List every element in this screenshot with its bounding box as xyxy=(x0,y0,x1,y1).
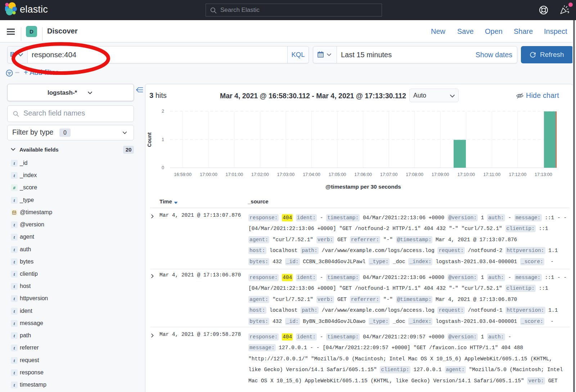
svg-text:17:08:00: 17:08:00 xyxy=(406,172,423,177)
svg-text:17:03:00: 17:03:00 xyxy=(277,172,295,177)
svg-text:17:04:00: 17:04:00 xyxy=(303,172,320,177)
svg-text:17:06:00: 17:06:00 xyxy=(354,172,372,177)
svg-text:17:10:00: 17:10:00 xyxy=(457,172,475,177)
svg-text:17:13:00: 17:13:00 xyxy=(535,172,552,177)
svg-text:17:05:00: 17:05:00 xyxy=(329,172,346,177)
svg-text:16:59:00: 16:59:00 xyxy=(174,172,192,177)
svg-text:0: 0 xyxy=(162,165,164,170)
svg-text:17:11:00: 17:11:00 xyxy=(483,172,500,177)
svg-text:17:12:00: 17:12:00 xyxy=(509,172,527,177)
svg-text:2: 2 xyxy=(162,109,164,114)
svg-text:1: 1 xyxy=(162,137,164,142)
svg-text:17:07:00: 17:07:00 xyxy=(380,172,398,177)
svg-text:17:02:00: 17:02:00 xyxy=(251,172,269,177)
svg-text:17:01:00: 17:01:00 xyxy=(225,172,243,177)
svg-text:17:00:00: 17:00:00 xyxy=(200,172,217,177)
svg-text:17:09:00: 17:09:00 xyxy=(432,172,449,177)
svg-text:Count: Count xyxy=(147,132,152,147)
